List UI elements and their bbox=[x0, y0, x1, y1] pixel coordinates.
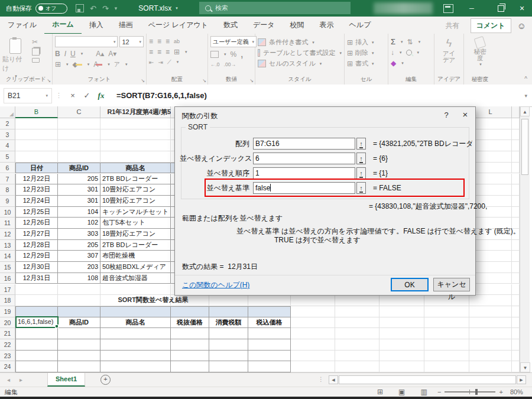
grid-cell[interactable] bbox=[248, 361, 291, 372]
grid-cell[interactable] bbox=[58, 361, 100, 372]
grid-cell[interactable] bbox=[58, 339, 100, 351]
grid-cell[interactable] bbox=[512, 174, 520, 185]
collapse-dialog-icon[interactable]: ↑ bbox=[356, 138, 366, 150]
zoom-in-icon[interactable]: + bbox=[499, 388, 502, 395]
grid-cell[interactable] bbox=[58, 306, 100, 317]
confirm-entry-button[interactable]: ✓ bbox=[80, 91, 94, 100]
vertical-scroll-thumb[interactable] bbox=[521, 119, 528, 175]
grid-cell[interactable] bbox=[171, 328, 209, 339]
grid-cell[interactable]: 商品ID bbox=[58, 163, 100, 174]
grid-cell[interactable]: 布団乾燥機 bbox=[100, 251, 171, 262]
grid-cell[interactable] bbox=[100, 118, 171, 129]
grid-cell[interactable] bbox=[15, 351, 58, 362]
grid-cell[interactable]: 2TB BDレコーダー bbox=[100, 174, 171, 185]
grid-cell[interactable] bbox=[335, 339, 379, 351]
grid-cell[interactable]: 12月22日 bbox=[15, 174, 58, 185]
grid-cell[interactable] bbox=[335, 317, 379, 329]
grid-cell[interactable]: 301 bbox=[58, 184, 100, 196]
grid-cell[interactable] bbox=[58, 151, 100, 163]
grid-cell[interactable] bbox=[15, 306, 58, 317]
grid-cell[interactable] bbox=[335, 328, 379, 339]
grid-cell[interactable] bbox=[512, 207, 520, 218]
grid-cell[interactable] bbox=[424, 317, 469, 329]
autosave-toggle[interactable]: オフ bbox=[35, 4, 67, 14]
grid-cell[interactable] bbox=[512, 328, 520, 339]
autosum-button[interactable]: Σ bbox=[391, 37, 395, 46]
grid-cell[interactable] bbox=[335, 295, 379, 306]
grid-cell[interactable] bbox=[469, 328, 512, 339]
grid-cell[interactable] bbox=[100, 339, 171, 351]
row-header-9[interactable]: 9 bbox=[0, 196, 15, 207]
grid-cell[interactable]: 12月24日 bbox=[15, 196, 58, 207]
page-break-view-icon[interactable]: ▥ bbox=[420, 388, 427, 396]
row-header-8[interactable]: 8 bbox=[0, 184, 15, 196]
tab-insert[interactable]: 挿入 bbox=[82, 17, 111, 34]
tab-file[interactable]: ファイル bbox=[0, 17, 44, 34]
grid-cell[interactable] bbox=[100, 351, 171, 362]
grid-cell[interactable]: 203 bbox=[58, 262, 100, 273]
grid-cell[interactable] bbox=[335, 351, 379, 362]
comma-format-icon[interactable]: , bbox=[241, 50, 243, 59]
tab-page-layout[interactable]: ページ レイアウト bbox=[141, 17, 216, 34]
grid-cell[interactable]: 12月29日 bbox=[15, 251, 58, 262]
scroll-up-icon[interactable]: ▲ bbox=[520, 106, 530, 116]
horizontal-scroll-thumb[interactable] bbox=[339, 375, 516, 384]
grid-cell[interactable] bbox=[469, 339, 512, 351]
bold-button[interactable]: B bbox=[55, 50, 60, 58]
align-right-icon[interactable]: ≡ bbox=[166, 48, 170, 56]
grid-cell[interactable] bbox=[209, 306, 248, 317]
merge-center-icon[interactable]: ⊞ bbox=[174, 48, 180, 56]
align-top-icon[interactable]: ≡ bbox=[149, 37, 153, 46]
vertical-scrollbar[interactable]: ▲ ▼ bbox=[520, 106, 530, 372]
grid-cell[interactable]: 12月23日 bbox=[15, 184, 58, 196]
cancel-button[interactable]: キャンセル bbox=[433, 278, 470, 291]
align-left-icon[interactable]: ≡ bbox=[149, 48, 153, 56]
format-as-table-button[interactable]: テーブルとして書式設定 ▾ bbox=[258, 48, 342, 57]
sort-filter-button[interactable]: ⇅ bbox=[407, 38, 413, 46]
grid-cell[interactable] bbox=[209, 361, 248, 372]
grid-cell[interactable] bbox=[335, 306, 379, 317]
grid-cell[interactable]: 307 bbox=[58, 251, 100, 262]
tab-formulas[interactable]: 数式 bbox=[216, 17, 245, 34]
tab-review[interactable]: 校閲 bbox=[283, 17, 312, 34]
grid-cell[interactable] bbox=[335, 361, 379, 372]
grid-cell[interactable]: 商品名 bbox=[100, 163, 171, 174]
sheet-nav-arrows[interactable]: ◂▸ bbox=[7, 377, 32, 383]
grid-cell[interactable]: 2TB BDレコーダー bbox=[100, 240, 171, 251]
grid-cell[interactable] bbox=[171, 351, 209, 362]
by-col-input[interactable]: false bbox=[253, 182, 355, 194]
grid-cell[interactable] bbox=[291, 328, 335, 339]
grid-cell[interactable] bbox=[512, 317, 520, 329]
formula-bar-expand-icon[interactable]: ▾ bbox=[524, 93, 527, 99]
grid-cell[interactable] bbox=[100, 361, 171, 372]
italic-button[interactable]: I bbox=[64, 50, 66, 58]
grid-cell[interactable] bbox=[15, 151, 58, 163]
grid-cell[interactable] bbox=[209, 351, 248, 362]
row-header-10[interactable]: 10 bbox=[0, 207, 15, 218]
grid-cell[interactable] bbox=[291, 351, 335, 362]
grid-cell[interactable]: 205 bbox=[58, 240, 100, 251]
conditional-formatting-button[interactable]: 条件付き書式 ▾ bbox=[258, 38, 342, 47]
column-header-filler[interactable] bbox=[512, 106, 520, 118]
copy-icon[interactable] bbox=[32, 48, 40, 56]
tab-draw[interactable]: 描画 bbox=[111, 17, 141, 34]
grid-cell[interactable] bbox=[512, 240, 520, 251]
column-header-B[interactable]: B bbox=[15, 106, 58, 118]
grid-cell[interactable] bbox=[209, 339, 248, 351]
feedback-smiley-icon[interactable]: ☺ bbox=[517, 21, 526, 31]
grid-cell[interactable] bbox=[58, 284, 100, 296]
user-account-badge[interactable] bbox=[374, 2, 433, 14]
row-header-23[interactable]: 23 bbox=[0, 351, 15, 362]
align-center-icon[interactable]: ≡ bbox=[157, 48, 161, 56]
decrease-decimal-icon[interactable]: ←.0 bbox=[210, 61, 220, 67]
row-header-7[interactable]: 7 bbox=[0, 174, 15, 185]
grid-cell[interactable] bbox=[424, 306, 469, 317]
minimize-button[interactable]: ─ bbox=[462, 0, 482, 17]
underline-button[interactable]: U bbox=[70, 50, 76, 58]
grid-cell[interactable] bbox=[424, 351, 469, 362]
zoom-level[interactable]: 80% bbox=[510, 388, 523, 395]
grid-cell[interactable]: 12月26日 bbox=[15, 218, 58, 229]
row-header-5[interactable]: 5 bbox=[0, 151, 15, 163]
grid-cell[interactable] bbox=[379, 306, 424, 317]
row-header-22[interactable]: 22 bbox=[0, 339, 15, 351]
